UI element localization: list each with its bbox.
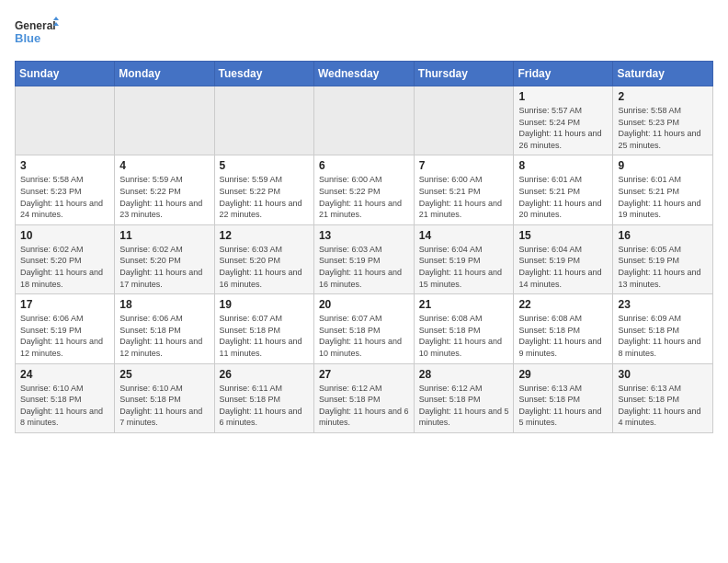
calendar-cell: 16Sunrise: 6:05 AMSunset: 5:19 PMDayligh… (613, 224, 713, 293)
calendar-cell: 7Sunrise: 6:00 AMSunset: 5:21 PMDaylight… (414, 155, 514, 224)
day-number: 9 (618, 159, 708, 172)
day-number: 3 (20, 159, 109, 172)
day-info: Sunrise: 6:06 AMSunset: 5:19 PMDaylight:… (20, 313, 109, 359)
day-info: Sunrise: 6:08 AMSunset: 5:18 PMDaylight:… (518, 313, 608, 359)
day-number: 2 (618, 90, 708, 103)
day-info: Sunrise: 6:05 AMSunset: 5:19 PMDaylight:… (618, 244, 708, 290)
calendar-cell: 2Sunrise: 5:58 AMSunset: 5:23 PMDaylight… (613, 86, 713, 155)
day-info: Sunrise: 6:12 AMSunset: 5:18 PMDaylight:… (419, 383, 509, 429)
day-number: 14 (419, 229, 509, 242)
day-number: 1 (518, 90, 608, 103)
calendar-cell: 1Sunrise: 5:57 AMSunset: 5:24 PMDaylight… (514, 86, 613, 155)
calendar-cell: 3Sunrise: 5:58 AMSunset: 5:23 PMDaylight… (16, 155, 115, 224)
calendar-cell: 22Sunrise: 6:08 AMSunset: 5:18 PMDayligh… (514, 294, 613, 363)
day-number: 27 (319, 368, 409, 381)
day-info: Sunrise: 6:13 AMSunset: 5:18 PMDaylight:… (618, 383, 708, 429)
calendar-cell: 27Sunrise: 6:12 AMSunset: 5:18 PMDayligh… (313, 363, 414, 432)
weekday-header: Friday (514, 62, 613, 86)
weekday-header: Wednesday (313, 62, 414, 86)
calendar-cell: 23Sunrise: 6:09 AMSunset: 5:18 PMDayligh… (613, 294, 713, 363)
day-info: Sunrise: 6:10 AMSunset: 5:18 PMDaylight:… (119, 383, 209, 429)
calendar-cell: 30Sunrise: 6:13 AMSunset: 5:18 PMDayligh… (613, 363, 713, 432)
calendar-cell: 19Sunrise: 6:07 AMSunset: 5:18 PMDayligh… (214, 294, 313, 363)
day-number: 23 (618, 298, 708, 311)
day-info: Sunrise: 6:09 AMSunset: 5:18 PMDaylight:… (618, 313, 708, 359)
calendar-cell (16, 86, 115, 155)
weekday-header: Sunday (16, 62, 115, 86)
calendar-cell (313, 86, 414, 155)
day-info: Sunrise: 6:03 AMSunset: 5:19 PMDaylight:… (319, 244, 409, 290)
day-number: 18 (119, 298, 209, 311)
day-info: Sunrise: 6:02 AMSunset: 5:20 PMDaylight:… (119, 244, 209, 290)
day-number: 26 (220, 368, 309, 381)
weekday-header: Thursday (414, 62, 514, 86)
day-number: 13 (319, 229, 409, 242)
day-info: Sunrise: 6:13 AMSunset: 5:18 PMDaylight:… (518, 383, 608, 429)
day-info: Sunrise: 6:06 AMSunset: 5:18 PMDaylight:… (119, 313, 209, 359)
calendar-cell: 20Sunrise: 6:07 AMSunset: 5:18 PMDayligh… (313, 294, 414, 363)
calendar-cell: 18Sunrise: 6:06 AMSunset: 5:18 PMDayligh… (115, 294, 214, 363)
logo: General Blue (15, 15, 61, 53)
calendar-cell: 15Sunrise: 6:04 AMSunset: 5:19 PMDayligh… (514, 224, 613, 293)
calendar-week-row: 1Sunrise: 5:57 AMSunset: 5:24 PMDaylight… (16, 86, 713, 155)
calendar-week-row: 24Sunrise: 6:10 AMSunset: 5:18 PMDayligh… (16, 363, 713, 432)
day-info: Sunrise: 5:57 AMSunset: 5:24 PMDaylight:… (518, 105, 608, 151)
calendar-cell (214, 86, 313, 155)
day-number: 21 (419, 298, 509, 311)
calendar-week-row: 17Sunrise: 6:06 AMSunset: 5:19 PMDayligh… (16, 294, 713, 363)
day-number: 28 (419, 368, 509, 381)
svg-text:Blue: Blue (15, 31, 40, 45)
calendar-cell: 8Sunrise: 6:01 AMSunset: 5:21 PMDaylight… (514, 155, 613, 224)
calendar-week-row: 3Sunrise: 5:58 AMSunset: 5:23 PMDaylight… (16, 155, 713, 224)
day-info: Sunrise: 6:10 AMSunset: 5:18 PMDaylight:… (20, 383, 109, 429)
calendar-cell: 28Sunrise: 6:12 AMSunset: 5:18 PMDayligh… (414, 363, 514, 432)
day-info: Sunrise: 5:58 AMSunset: 5:23 PMDaylight:… (618, 105, 708, 151)
day-number: 10 (20, 229, 109, 242)
day-info: Sunrise: 6:12 AMSunset: 5:18 PMDaylight:… (319, 383, 409, 429)
calendar-cell (115, 86, 214, 155)
day-info: Sunrise: 6:08 AMSunset: 5:18 PMDaylight:… (419, 313, 509, 359)
day-info: Sunrise: 6:04 AMSunset: 5:19 PMDaylight:… (419, 244, 509, 290)
day-info: Sunrise: 6:00 AMSunset: 5:21 PMDaylight:… (419, 174, 509, 220)
weekday-header-row: SundayMondayTuesdayWednesdayThursdayFrid… (16, 62, 713, 86)
day-number: 11 (119, 229, 209, 242)
calendar-cell: 24Sunrise: 6:10 AMSunset: 5:18 PMDayligh… (16, 363, 115, 432)
day-number: 6 (319, 159, 409, 172)
weekday-header: Monday (115, 62, 214, 86)
calendar-cell: 10Sunrise: 6:02 AMSunset: 5:20 PMDayligh… (16, 224, 115, 293)
day-info: Sunrise: 5:58 AMSunset: 5:23 PMDaylight:… (20, 174, 109, 220)
day-info: Sunrise: 6:04 AMSunset: 5:19 PMDaylight:… (518, 244, 608, 290)
day-info: Sunrise: 6:07 AMSunset: 5:18 PMDaylight:… (319, 313, 409, 359)
calendar-week-row: 10Sunrise: 6:02 AMSunset: 5:20 PMDayligh… (16, 224, 713, 293)
calendar-cell: 29Sunrise: 6:13 AMSunset: 5:18 PMDayligh… (514, 363, 613, 432)
calendar-cell: 11Sunrise: 6:02 AMSunset: 5:20 PMDayligh… (115, 224, 214, 293)
calendar-cell: 5Sunrise: 5:59 AMSunset: 5:22 PMDaylight… (214, 155, 313, 224)
calendar-cell: 21Sunrise: 6:08 AMSunset: 5:18 PMDayligh… (414, 294, 514, 363)
day-number: 7 (419, 159, 509, 172)
day-info: Sunrise: 5:59 AMSunset: 5:22 PMDaylight:… (119, 174, 209, 220)
svg-marker-2 (53, 17, 59, 20)
day-number: 17 (20, 298, 109, 311)
calendar-cell (414, 86, 514, 155)
day-number: 15 (518, 229, 608, 242)
day-number: 20 (319, 298, 409, 311)
day-number: 16 (618, 229, 708, 242)
day-info: Sunrise: 5:59 AMSunset: 5:22 PMDaylight:… (220, 174, 309, 220)
day-number: 8 (518, 159, 608, 172)
day-number: 4 (119, 159, 209, 172)
day-info: Sunrise: 6:02 AMSunset: 5:20 PMDaylight:… (20, 244, 109, 290)
calendar-cell: 6Sunrise: 6:00 AMSunset: 5:22 PMDaylight… (313, 155, 414, 224)
day-number: 19 (220, 298, 309, 311)
day-number: 5 (220, 159, 309, 172)
calendar-cell: 26Sunrise: 6:11 AMSunset: 5:18 PMDayligh… (214, 363, 313, 432)
calendar-cell: 14Sunrise: 6:04 AMSunset: 5:19 PMDayligh… (414, 224, 514, 293)
calendar-cell: 4Sunrise: 5:59 AMSunset: 5:22 PMDaylight… (115, 155, 214, 224)
calendar-cell: 13Sunrise: 6:03 AMSunset: 5:19 PMDayligh… (313, 224, 414, 293)
calendar-cell: 12Sunrise: 6:03 AMSunset: 5:20 PMDayligh… (214, 224, 313, 293)
day-number: 30 (618, 368, 708, 381)
day-info: Sunrise: 6:07 AMSunset: 5:18 PMDaylight:… (220, 313, 309, 359)
calendar-cell: 9Sunrise: 6:01 AMSunset: 5:21 PMDaylight… (613, 155, 713, 224)
day-number: 24 (20, 368, 109, 381)
day-info: Sunrise: 6:03 AMSunset: 5:20 PMDaylight:… (220, 244, 309, 290)
weekday-header: Saturday (613, 62, 713, 86)
